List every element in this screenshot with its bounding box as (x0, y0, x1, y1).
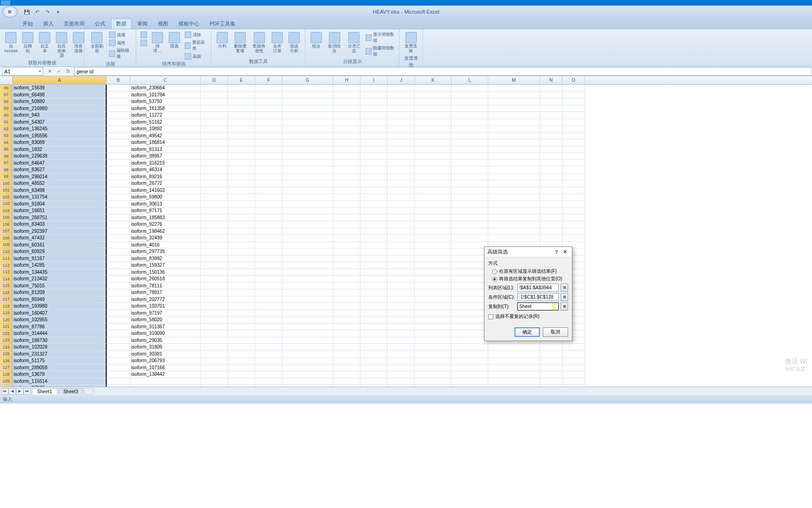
cell[interactable] (360, 174, 388, 181)
cell[interactable] (255, 317, 282, 324)
cell[interactable] (360, 269, 388, 276)
cell[interactable] (388, 365, 415, 372)
cell[interactable] (107, 187, 130, 194)
cell[interactable] (255, 214, 282, 222)
cell[interactable] (415, 330, 452, 337)
prev-sheet-icon[interactable]: ◀ (8, 388, 16, 395)
close-icon[interactable]: ✕ (561, 249, 569, 255)
from-web-button[interactable]: 自网站 (20, 31, 36, 55)
cell[interactable] (201, 194, 228, 201)
cell[interactable] (333, 133, 360, 140)
sheet-tab-sheet3[interactable]: Sheet3 (58, 388, 84, 395)
clear-filter-button[interactable]: 清除 (183, 31, 208, 39)
cell[interactable]: isoform_13678 (13, 371, 107, 378)
cell[interactable] (255, 85, 282, 92)
data-validation-button[interactable]: 数据有效性 (250, 31, 269, 55)
cell[interactable] (201, 112, 228, 119)
cell[interactable]: isoform_87171 (130, 207, 201, 214)
cell[interactable] (562, 344, 585, 351)
cell[interactable] (360, 98, 388, 105)
cell[interactable] (388, 337, 415, 344)
cell[interactable] (360, 85, 388, 92)
cell[interactable] (540, 98, 562, 105)
cell[interactable] (333, 228, 360, 235)
cell[interactable] (255, 180, 282, 187)
cell[interactable] (540, 228, 562, 235)
cell[interactable]: isoform_260518 (130, 276, 201, 283)
cell[interactable]: isoform_102028 (13, 344, 107, 351)
cell[interactable] (388, 139, 415, 146)
cell[interactable] (255, 201, 282, 208)
cell[interactable] (388, 146, 415, 153)
cell[interactable] (488, 174, 540, 181)
row-header[interactable]: 118 (0, 303, 13, 310)
new-sheet-button[interactable] (85, 388, 94, 395)
cell[interactable] (488, 187, 540, 194)
cell[interactable] (255, 303, 282, 310)
cell[interactable]: isoform_16651 (13, 207, 107, 214)
cell[interactable] (255, 330, 282, 337)
cell[interactable] (388, 235, 415, 242)
cell[interactable] (452, 187, 488, 194)
cell[interactable]: isoform_1832 (13, 146, 107, 153)
cell[interactable] (488, 235, 540, 242)
cell[interactable] (282, 283, 333, 290)
cell[interactable] (333, 160, 360, 167)
cell[interactable] (228, 146, 255, 153)
cell[interactable] (488, 207, 540, 214)
cell[interactable] (333, 289, 360, 296)
col-header-M[interactable]: M (488, 76, 540, 84)
cell[interactable] (388, 248, 415, 255)
col-header-F[interactable]: F (255, 76, 282, 84)
cell[interactable] (540, 201, 562, 208)
cell[interactable] (201, 310, 228, 317)
cell[interactable] (228, 276, 255, 283)
from-other-button[interactable]: 自其他来源 (54, 31, 70, 59)
cell[interactable] (201, 160, 228, 167)
edit-links-button[interactable]: 编辑链接 (108, 47, 133, 60)
cell[interactable]: isoform_134435 (13, 269, 107, 276)
cell[interactable] (540, 194, 562, 201)
cell[interactable]: isoform_49542 (130, 133, 201, 140)
cell[interactable]: isoform_297735 (130, 248, 201, 255)
cell[interactable] (107, 221, 130, 228)
cell[interactable] (333, 221, 360, 228)
cell[interactable] (360, 289, 388, 296)
cell[interactable] (388, 174, 415, 181)
cell[interactable] (562, 85, 585, 92)
cell[interactable]: isoform_213432 (13, 276, 107, 283)
cell[interactable] (333, 371, 360, 378)
cell[interactable] (255, 255, 282, 262)
cell[interactable]: isoform_115514 (13, 378, 107, 385)
cell[interactable] (488, 160, 540, 167)
cell[interactable] (540, 207, 562, 214)
cell[interactable] (562, 371, 585, 378)
cell[interactable] (228, 283, 255, 290)
cell[interactable] (562, 105, 585, 112)
cell[interactable] (107, 283, 130, 290)
cell[interactable] (415, 187, 452, 194)
cell[interactable] (228, 269, 255, 276)
cell[interactable] (255, 167, 282, 174)
cell[interactable] (282, 310, 333, 317)
cell[interactable]: isoform_14285 (13, 262, 107, 269)
cell[interactable] (452, 167, 488, 174)
cell[interactable] (107, 262, 130, 269)
cell[interactable] (282, 344, 333, 351)
cell[interactable] (540, 105, 562, 112)
cell[interactable] (388, 269, 415, 276)
cell[interactable] (282, 85, 333, 92)
cell[interactable] (452, 194, 488, 201)
cell[interactable] (360, 276, 388, 283)
cell[interactable] (415, 385, 452, 387)
cell[interactable] (228, 242, 255, 249)
cell[interactable] (360, 119, 388, 126)
cell[interactable] (107, 303, 130, 310)
cell[interactable]: isoform_160407 (13, 310, 107, 317)
cell[interactable]: isoform_91804 (13, 201, 107, 208)
cell[interactable] (255, 133, 282, 140)
cell[interactable] (282, 248, 333, 255)
cell[interactable]: isoform_195596 (13, 133, 107, 140)
row-header[interactable]: 117 (0, 296, 13, 303)
cell[interactable] (255, 296, 282, 303)
